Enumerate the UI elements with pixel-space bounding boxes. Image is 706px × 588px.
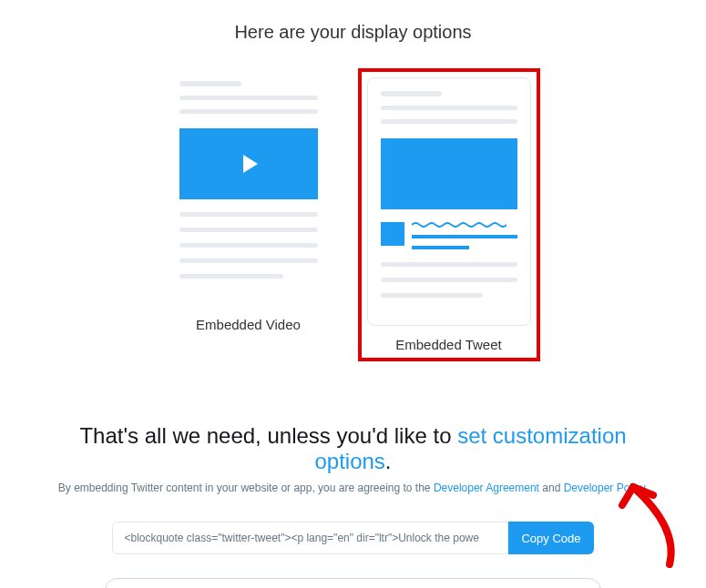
tweet-option-label: Embedded Tweet (367, 337, 531, 352)
tweet-thumbnail (367, 77, 531, 326)
tweet-preview-card: WPBeginner @wpbeginner · Follow (105, 578, 601, 588)
confirm-lead: That's all we need, unless you'd like to (79, 423, 457, 448)
tweet-content-lines (412, 222, 517, 249)
developer-agreement-link[interactable]: Developer Agreement (434, 482, 539, 494)
skeleton-line (179, 109, 318, 114)
confirm-heading: That's all we need, unless you'd like to… (55, 423, 651, 474)
fine-lead: By embedding Twitter content in your web… (58, 482, 434, 494)
embed-code-input[interactable]: <blockquote class="twitter-tweet"><p lan… (112, 522, 508, 554)
squiggle-line (412, 222, 506, 228)
skeleton-line (179, 81, 241, 86)
embedded-video-option[interactable]: Embedded Video (167, 68, 331, 361)
page-title: Here are your display options (0, 22, 706, 43)
skeleton-line (179, 96, 318, 100)
selected-highlight: Embedded Tweet (358, 68, 540, 361)
developer-policy-link[interactable]: Developer Policy (564, 482, 645, 494)
fine-tail: . (645, 482, 648, 494)
tweet-avatar-placeholder (381, 222, 404, 246)
play-icon (243, 155, 258, 173)
skeleton-lines (179, 212, 318, 289)
fine-and: and (539, 482, 564, 494)
video-thumbnail (167, 68, 331, 306)
skeleton-line (381, 91, 443, 96)
tweet-hero (381, 138, 517, 209)
confirm-tail: . (385, 449, 392, 473)
skeleton-line (381, 119, 517, 124)
skeleton-line (381, 106, 517, 110)
tweet-preview-block (381, 222, 517, 249)
video-hero (179, 128, 318, 199)
embed-code-row: <blockquote class="twitter-tweet"><p lan… (0, 522, 706, 554)
copy-code-button[interactable]: Copy Code (508, 522, 593, 554)
video-option-label: Embedded Video (167, 317, 331, 332)
skeleton-lines (381, 262, 517, 309)
display-options-row: Embedded Video (0, 68, 706, 361)
embedded-tweet-option[interactable]: Embedded Tweet (367, 77, 531, 352)
confirm-section: That's all we need, unless you'd like to… (0, 423, 706, 494)
fine-print: By embedding Twitter content in your web… (55, 482, 651, 494)
